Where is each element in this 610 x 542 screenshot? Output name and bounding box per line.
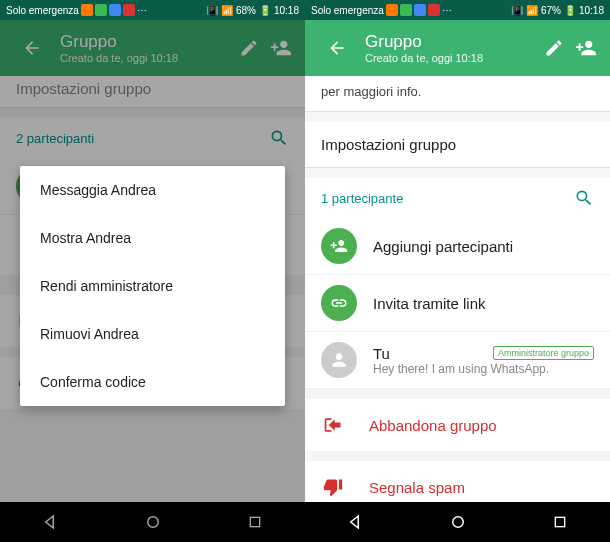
invite-link-row[interactable]: Invita tramite link	[305, 275, 610, 332]
link-icon	[321, 285, 357, 321]
battery-label: 67%	[541, 5, 561, 16]
menu-make-admin[interactable]: Rendi amministratore	[20, 262, 285, 310]
vibrate-icon: 📳	[511, 5, 523, 16]
menu-remove[interactable]: Rimuovi Andrea	[20, 310, 285, 358]
phone-right: Solo emergenza ⋯ 📳 📶 67% 🔋 10:18 Gruppo …	[305, 0, 610, 542]
header-title: Gruppo	[365, 32, 534, 52]
status-network-label: Solo emergenza	[311, 5, 384, 16]
clock-label: 10:18	[274, 5, 299, 16]
content-area: per maggiori info. Impostazioni gruppo 1…	[305, 76, 610, 502]
participant-status: Hey there! I am using WhatsApp.	[373, 362, 594, 376]
phone-left: Solo emergenza ⋯ 📳 📶 68% 🔋 10:18 Gruppo …	[0, 0, 305, 542]
invite-link-label: Invita tramite link	[373, 295, 594, 312]
svg-rect-3	[555, 517, 564, 526]
svg-point-2	[453, 517, 464, 528]
avatar-icon	[321, 342, 357, 378]
back-icon[interactable]	[325, 36, 349, 60]
report-spam-label: Segnala spam	[369, 479, 465, 496]
nav-home-icon[interactable]	[449, 513, 467, 531]
header-subtitle: Creato da te, oggi 10:18	[365, 52, 534, 64]
android-nav-bar	[305, 502, 610, 542]
admin-badge: Amministratore gruppo	[493, 346, 594, 360]
clock-label: 10:18	[579, 5, 604, 16]
wifi-icon: 📶	[221, 5, 233, 16]
thumbs-down-icon	[321, 477, 345, 497]
report-spam-row[interactable]: Segnala spam	[305, 461, 610, 502]
notif-icon	[95, 4, 107, 16]
battery-icon: 🔋	[564, 5, 576, 16]
nav-recent-icon[interactable]	[552, 514, 568, 530]
participants-count: 1 partecipante	[321, 191, 403, 206]
encryption-info: per maggiori info.	[305, 76, 610, 112]
context-menu: Messaggia Andrea Mostra Andrea Rendi amm…	[20, 166, 285, 406]
nav-back-icon[interactable]	[347, 513, 365, 531]
search-icon[interactable]	[574, 188, 594, 208]
exit-icon	[321, 415, 345, 435]
add-participants-label: Aggiungi partecipanti	[373, 238, 594, 255]
notif-icon	[109, 4, 121, 16]
notif-icon	[400, 4, 412, 16]
notif-icon	[414, 4, 426, 16]
notif-icon	[428, 4, 440, 16]
status-network-label: Solo emergenza	[6, 5, 79, 16]
participants-header: 1 partecipante	[305, 178, 610, 218]
notif-icon	[123, 4, 135, 16]
add-person-avatar-icon	[321, 228, 357, 264]
status-bar: Solo emergenza ⋯ 📳 📶 68% 🔋 10:18	[0, 0, 305, 20]
battery-icon: 🔋	[259, 5, 271, 16]
leave-group-label: Abbandona gruppo	[369, 417, 497, 434]
wifi-icon: 📶	[526, 5, 538, 16]
vibrate-icon: 📳	[206, 5, 218, 16]
leave-group-row[interactable]: Abbandona gruppo	[305, 399, 610, 451]
participant-name: Tu	[373, 345, 390, 362]
more-icon: ⋯	[442, 5, 452, 16]
menu-confirm-code[interactable]: Conferma codice	[20, 358, 285, 406]
menu-show[interactable]: Mostra Andrea	[20, 214, 285, 262]
edit-icon[interactable]	[542, 36, 566, 60]
battery-label: 68%	[236, 5, 256, 16]
app-header: Gruppo Creato da te, oggi 10:18	[305, 20, 610, 76]
add-participants-row[interactable]: Aggiungi partecipanti	[305, 218, 610, 275]
notif-icon	[81, 4, 93, 16]
menu-message[interactable]: Messaggia Andrea	[20, 166, 285, 214]
notif-icon	[386, 4, 398, 16]
add-person-icon[interactable]	[574, 36, 598, 60]
more-icon: ⋯	[137, 5, 147, 16]
section-settings[interactable]: Impostazioni gruppo	[305, 122, 610, 168]
participant-you-row[interactable]: Tu Amministratore gruppo Hey there! I am…	[305, 332, 610, 389]
status-bar: Solo emergenza ⋯ 📳 📶 67% 🔋 10:18	[305, 0, 610, 20]
